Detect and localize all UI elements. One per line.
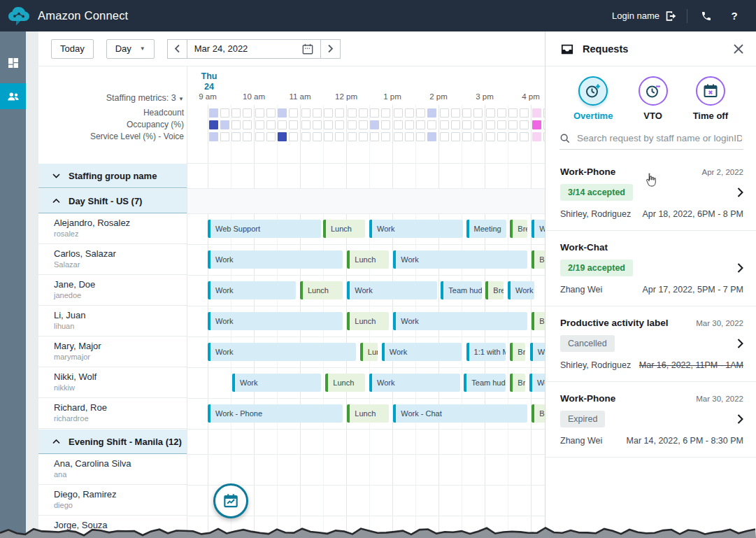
schedule-bar[interactable]: Bre..: [510, 220, 527, 238]
schedule-bar[interactable]: Work: [208, 312, 343, 330]
schedule-bar[interactable]: Work: [347, 281, 437, 299]
schedule-toolbar: Today Day ▼ Mar 24, 2022: [38, 31, 545, 66]
schedule-bar[interactable]: Team huddle: [464, 374, 506, 392]
schedule-bar[interactable]: W..: [530, 343, 545, 361]
tab-overtime[interactable]: Overtime: [573, 76, 613, 121]
schedule-bar[interactable]: Work: [508, 281, 534, 299]
request-type-tabs: OvertimeVTOTime off: [545, 66, 756, 121]
schedule-bar[interactable]: Br..: [532, 312, 545, 330]
date-field[interactable]: Mar 24, 2022: [187, 39, 321, 59]
schedule-bar[interactable]: Work: [393, 250, 527, 269]
nav-dashboard[interactable]: [0, 50, 26, 76]
schedule-bar[interactable]: Lunch: [325, 374, 364, 392]
heatmap-cell: [451, 120, 460, 129]
schedule-bar[interactable]: Bre..: [510, 374, 525, 392]
request-search: [559, 132, 743, 150]
heatmap-cell: [486, 120, 495, 129]
heatmap-cell: [289, 120, 298, 129]
tab-vto[interactable]: VTO: [639, 76, 668, 121]
request-activity: Work-Phone: [560, 393, 615, 404]
schedule-bar[interactable]: Work: [382, 343, 462, 361]
schedule-bar[interactable]: Wo..: [532, 220, 545, 238]
heatmap-cell: [231, 120, 241, 129]
schedule-bar[interactable]: Work: [208, 250, 343, 269]
heatmap-cell: [313, 120, 322, 129]
today-button[interactable]: Today: [51, 39, 94, 59]
schedule-bar[interactable]: Lunch: [347, 250, 389, 269]
row-gridline: [187, 213, 545, 214]
close-icon[interactable]: [734, 44, 743, 54]
request-person: Zhang Wei: [560, 285, 602, 295]
staff-login: rosalez: [54, 229, 187, 238]
schedule-bar[interactable]: Lunch: [347, 404, 389, 423]
schedule-bar[interactable]: Lunch: [323, 220, 365, 238]
schedule-bar[interactable]: Lunch: [347, 312, 389, 330]
heatmap-cell: [335, 108, 344, 118]
login-menu[interactable]: Login name: [612, 10, 677, 22]
heatmap-cell: [359, 120, 368, 129]
help-icon[interactable]: ?: [725, 7, 743, 25]
schedule-bar[interactable]: Work: [208, 281, 296, 299]
hour-label: 12 pm: [331, 92, 362, 101]
schedule-bar[interactable]: Web Support: [208, 220, 321, 238]
tab-label: VTO: [643, 111, 662, 121]
group-header[interactable]: Day Shift - US (7): [38, 188, 187, 213]
chevron-right-icon: [737, 263, 743, 273]
group-header[interactable]: Evening Shift - Manila (12): [38, 429, 187, 454]
heatmap-cell: [255, 132, 264, 141]
row-gridline: [187, 398, 545, 399]
requests-panel-header: Requests: [545, 31, 756, 66]
schedule-insights-button[interactable]: [213, 483, 248, 518]
row-gridline: [187, 454, 545, 455]
nav-staffing[interactable]: [0, 83, 26, 109]
schedule-bar[interactable]: Wo..: [529, 374, 545, 392]
chevron-down-icon: [52, 174, 60, 178]
schedule-bar[interactable]: Bre..: [485, 281, 503, 299]
heatmap-cell: [370, 108, 379, 118]
heatmap-cell: [301, 120, 311, 129]
schedule-bar[interactable]: Work - Phone: [208, 404, 343, 423]
search-input[interactable]: [576, 132, 743, 144]
requests-panel: Requests OvertimeVTOTime off Work-PhoneA…: [545, 31, 756, 538]
heatmap-cell: [508, 108, 518, 118]
schedule-bar[interactable]: Work - Chat: [393, 404, 527, 423]
view-select[interactable]: Day ▼: [106, 39, 155, 59]
request-card[interactable]: Work-PhoneApr 2, 20223/14 acceptedShirle…: [545, 155, 756, 231]
hour-label: 10 am: [238, 92, 269, 101]
schedule-bar[interactable]: Work: [393, 312, 527, 330]
schedule-bar[interactable]: Team huddle: [441, 281, 481, 299]
row-gridline: [187, 163, 545, 164]
prev-day-button[interactable]: [167, 39, 187, 59]
group-label: Staffing group name: [69, 171, 157, 181]
request-card[interactable]: Work-PhoneMar 30, 2022ExpiredZhang WeiMa…: [545, 382, 756, 458]
group-header[interactable]: Staffing group name: [38, 163, 187, 188]
next-day-button[interactable]: [321, 39, 341, 59]
schedule-bar[interactable]: Bre..: [510, 343, 525, 361]
heatmap-cell: [313, 108, 322, 118]
schedule-bar[interactable]: Br..: [532, 250, 545, 269]
staff-login: nikkiw: [54, 383, 187, 392]
schedule-bar[interactable]: Work: [232, 374, 321, 392]
heatmap-cell: [427, 108, 436, 118]
schedule-bar[interactable]: Work: [208, 343, 356, 361]
heatmap-cell: [266, 108, 276, 118]
schedule-bar[interactable]: Br..: [532, 404, 545, 423]
schedule-bar[interactable]: 1:1 with Ma..: [466, 343, 506, 361]
schedule-bar[interactable]: Lun..: [360, 343, 378, 361]
schedule-bar[interactable]: Work: [369, 220, 463, 238]
schedule-bar[interactable]: Work: [369, 374, 460, 392]
heatmap-cell: [266, 120, 276, 129]
heatmap-cell: [209, 120, 218, 129]
staffing-metrics-toggle[interactable]: Staffing metrics: 3 ▼: [38, 93, 187, 103]
tab-time-off[interactable]: Time off: [693, 76, 728, 121]
group-label: Evening Shift - Manila (12): [69, 437, 182, 447]
schedule-bar[interactable]: Lunch: [300, 281, 343, 299]
request-card[interactable]: Productive activity labelMar 30, 2022Can…: [545, 306, 756, 382]
request-card[interactable]: Work-Chat2/19 acceptedZhang WeiApr 17, 2…: [545, 231, 756, 306]
schedule-bar[interactable]: Meeting: [466, 220, 507, 238]
staff-row: Li, Juanlihuan: [38, 306, 187, 337]
heatmap-cell: [520, 108, 529, 118]
request-cards: Work-PhoneApr 2, 20223/14 acceptedShirle…: [545, 155, 756, 458]
phone-icon[interactable]: [697, 7, 715, 25]
tab-label: Time off: [693, 111, 728, 121]
